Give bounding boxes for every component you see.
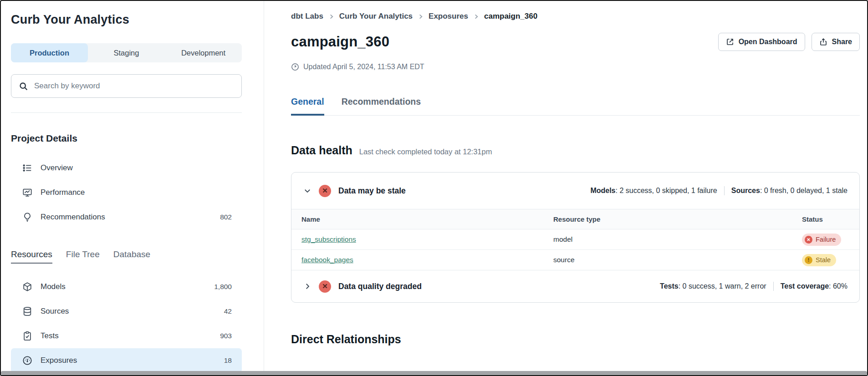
app-window: Curb Your Analytics Production Staging D… bbox=[0, 0, 868, 376]
breadcrumb-dbt-labs[interactable]: dbt Labs bbox=[291, 12, 323, 21]
stale-group-title: Data may be stale bbox=[338, 186, 406, 196]
main-content: dbt Labs Curb Your Analytics Exposures c… bbox=[264, 1, 867, 375]
chevron-right-icon bbox=[418, 14, 423, 19]
status-badge-failure: ✕ Failure bbox=[802, 234, 841, 246]
search-icon bbox=[19, 81, 28, 91]
sidebar-item-recommendations[interactable]: Recommendations 802 bbox=[11, 205, 242, 229]
sidebar: Curb Your Analytics Production Staging D… bbox=[1, 1, 264, 375]
title-row: campaign_360 Open Dashboard Share bbox=[291, 33, 860, 51]
quality-group-row[interactable]: ✕ Data quality degraded Tests: 0 success… bbox=[291, 270, 859, 302]
sidebar-item-overview[interactable]: Overview bbox=[11, 156, 242, 180]
column-header-status: Status bbox=[792, 209, 859, 229]
chevron-right-icon bbox=[474, 14, 479, 19]
page-title: campaign_360 bbox=[291, 34, 389, 50]
breadcrumb-exposures[interactable]: Exposures bbox=[429, 12, 468, 21]
clipboard-check-icon bbox=[22, 331, 33, 341]
sidebar-item-count: 18 bbox=[224, 356, 236, 365]
table-header-row: Name Resource type Status bbox=[291, 209, 859, 229]
tab-general[interactable]: General bbox=[291, 97, 324, 116]
resource-type-cell: model bbox=[543, 229, 792, 250]
sidebar-item-label: Exposures bbox=[41, 356, 77, 365]
error-status-icon: ✕ bbox=[319, 185, 331, 197]
stale-group-row[interactable]: ✕ Data may be stale Models: 2 success, 0… bbox=[291, 173, 859, 209]
tab-staging[interactable]: Staging bbox=[88, 43, 165, 62]
breadcrumb-project[interactable]: Curb Your Analytics bbox=[339, 12, 413, 21]
open-dashboard-label: Open Dashboard bbox=[739, 38, 797, 46]
resource-type-cell: source bbox=[543, 250, 792, 270]
status-label: Failure bbox=[816, 236, 836, 243]
sidebar-item-label: Performance bbox=[41, 188, 85, 197]
detail-tabs: General Recommendations bbox=[291, 97, 860, 116]
external-link-icon bbox=[726, 38, 734, 46]
models-stat: Models: 2 success, 0 skipped, 1 failure bbox=[590, 187, 717, 195]
sidebar-item-count: 42 bbox=[224, 307, 236, 315]
chevron-right-icon[interactable] bbox=[303, 282, 311, 290]
project-details-heading: Project Details bbox=[11, 133, 242, 144]
sidebar-item-tests[interactable]: Tests 903 bbox=[11, 324, 242, 348]
tab-file-tree[interactable]: File Tree bbox=[66, 249, 100, 264]
sidebar-item-label: Sources bbox=[41, 307, 69, 316]
sidebar-item-performance[interactable]: Performance bbox=[11, 180, 242, 205]
resource-link-facebook-pages[interactable]: facebook_pages bbox=[301, 256, 353, 264]
x-circle-icon: ✕ bbox=[805, 236, 812, 244]
tests-stat: Tests: 0 success, 1 warn, 2 error bbox=[660, 282, 766, 290]
project-title: Curb Your Analytics bbox=[11, 13, 242, 27]
stat-divider bbox=[724, 186, 725, 195]
page-actions: Open Dashboard Share bbox=[718, 33, 860, 51]
exclamation-circle-icon: ! bbox=[805, 256, 812, 264]
quality-group-stats: Tests: 0 success, 1 warn, 2 error Test c… bbox=[660, 282, 848, 291]
direct-relationships-heading: Direct Relationships bbox=[291, 333, 860, 346]
environment-tabs: Production Staging Development bbox=[11, 43, 242, 62]
tab-resources[interactable]: Resources bbox=[11, 249, 52, 264]
share-icon bbox=[819, 38, 827, 46]
quality-group-title: Data quality degraded bbox=[338, 282, 422, 291]
sidebar-item-count: 1,800 bbox=[214, 283, 236, 291]
sidebar-item-label: Models bbox=[41, 282, 66, 291]
tab-production[interactable]: Production bbox=[11, 43, 88, 62]
sidebar-divider bbox=[11, 112, 242, 113]
database-icon bbox=[22, 306, 33, 316]
sidebar-item-exposures[interactable]: Exposures 18 bbox=[11, 348, 242, 373]
sidebar-item-sources[interactable]: Sources 42 bbox=[11, 299, 242, 324]
chevron-down-icon[interactable] bbox=[303, 187, 311, 195]
resource-link-stg-subscriptions[interactable]: stg_subscriptions bbox=[301, 235, 356, 243]
search-box[interactable] bbox=[11, 74, 242, 98]
share-label: Share bbox=[832, 38, 852, 46]
share-button[interactable]: Share bbox=[812, 33, 860, 51]
sidebar-item-models[interactable]: Models 1,800 bbox=[11, 274, 242, 299]
status-label: Stale bbox=[816, 256, 831, 264]
table-row: facebook_pages source ! Stale bbox=[291, 250, 859, 270]
clock-icon bbox=[291, 63, 299, 71]
stale-resources-table: Name Resource type Status stg_subscripti… bbox=[291, 209, 859, 270]
lightbulb-icon bbox=[22, 212, 33, 222]
open-dashboard-button[interactable]: Open Dashboard bbox=[718, 33, 805, 51]
stat-divider bbox=[773, 282, 774, 291]
updated-timestamp: Updated April 5, 2024, 11:53 AM EDT bbox=[291, 63, 860, 71]
tab-development[interactable]: Development bbox=[165, 43, 242, 62]
sources-stat: Sources: 0 fresh, 0 delayed, 1 stale bbox=[731, 187, 848, 195]
sidebar-item-count: 903 bbox=[220, 332, 236, 340]
sidebar-item-count: 802 bbox=[220, 213, 236, 221]
tab-recommendations[interactable]: Recommendations bbox=[342, 97, 421, 116]
window-bottom-scrollbar[interactable] bbox=[1, 371, 867, 375]
status-badge-stale: ! Stale bbox=[802, 254, 836, 266]
error-status-icon: ✕ bbox=[319, 280, 331, 293]
chevron-right-icon bbox=[329, 14, 334, 19]
resource-view-tabs: Resources File Tree Database bbox=[11, 249, 242, 264]
column-header-resource-type: Resource type bbox=[543, 209, 792, 229]
search-input[interactable] bbox=[34, 81, 234, 91]
table-row: stg_subscriptions model ✕ Failure bbox=[291, 229, 859, 250]
updated-text: Updated April 5, 2024, 11:53 AM EDT bbox=[303, 63, 424, 71]
last-check-text: Last check completed today at 12:31pm bbox=[359, 147, 492, 156]
breadcrumb-current: campaign_360 bbox=[484, 12, 537, 21]
resources-nav: Models 1,800 Sources 42 Tests 903 bbox=[11, 274, 242, 373]
gauge-icon bbox=[22, 356, 33, 366]
data-health-heading: Data health bbox=[291, 144, 352, 157]
breadcrumb: dbt Labs Curb Your Analytics Exposures c… bbox=[291, 12, 860, 21]
tab-database[interactable]: Database bbox=[113, 249, 150, 264]
sidebar-item-label: Overview bbox=[41, 163, 73, 173]
data-health-header: Data health Last check completed today a… bbox=[291, 144, 860, 157]
data-health-card: ✕ Data may be stale Models: 2 success, 0… bbox=[291, 172, 860, 303]
sidebar-item-label: Tests bbox=[41, 331, 59, 340]
performance-chart-icon bbox=[22, 188, 33, 198]
